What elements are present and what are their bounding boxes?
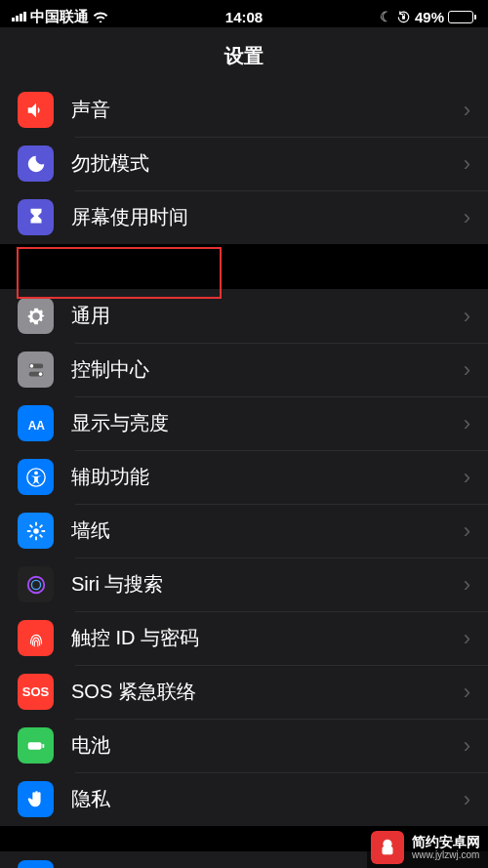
row-display[interactable]: AA 显示与亮度 ›	[0, 396, 488, 450]
row-label: 触控 ID 与密码	[71, 625, 464, 651]
chevron-right-icon: ›	[464, 205, 470, 230]
watermark: 简约安卓网 www.jylzwj.com	[367, 827, 488, 868]
battery-icon: ⚡︎	[448, 11, 476, 23]
row-screentime[interactable]: 屏幕使用时间 ›	[0, 190, 488, 244]
svg-rect-12	[42, 744, 44, 748]
moon-icon	[18, 145, 54, 182]
signal-icon	[12, 12, 26, 21]
svg-point-9	[27, 576, 44, 593]
row-label: 辅助功能	[71, 464, 464, 490]
row-battery[interactable]: 电池 ›	[0, 719, 488, 772]
row-siri[interactable]: Siri 与搜索 ›	[0, 558, 488, 611]
row-label: 隐私	[71, 786, 464, 812]
svg-text:AA: AA	[27, 418, 45, 432]
svg-rect-14	[383, 847, 393, 854]
svg-point-7	[34, 471, 38, 475]
chevron-right-icon: ›	[464, 572, 470, 598]
page-title: 设置	[0, 27, 488, 83]
chevron-right-icon: ›	[464, 733, 470, 759]
chevron-right-icon: ›	[464, 518, 470, 544]
watermark-title: 简约安卓网	[412, 835, 480, 849]
chevron-right-icon: ›	[464, 465, 470, 490]
watermark-logo-icon	[371, 831, 404, 864]
row-dnd[interactable]: 勿扰模式 ›	[0, 137, 488, 190]
flower-icon	[18, 513, 54, 549]
hand-icon	[18, 781, 54, 817]
row-wallpaper[interactable]: 墙纸 ›	[0, 504, 488, 558]
status-bar: 中国联通 14:08 ☾ 49% ⚡︎	[0, 0, 488, 27]
row-label: 勿扰模式	[71, 150, 464, 177]
text-size-icon: AA	[18, 405, 54, 441]
row-accessibility[interactable]: 辅助功能 ›	[0, 450, 488, 504]
chevron-right-icon: ›	[464, 151, 470, 177]
chevron-right-icon: ›	[464, 357, 470, 383]
clock-label: 14:08	[225, 9, 263, 25]
row-sound[interactable]: 声音 ›	[0, 83, 488, 137]
battery-icon	[18, 727, 54, 764]
chevron-right-icon: ›	[464, 680, 470, 705]
accessibility-icon	[18, 459, 54, 495]
row-label: SOS 紧急联络	[71, 679, 464, 705]
chevron-right-icon: ›	[464, 411, 470, 436]
chevron-right-icon: ›	[464, 626, 470, 651]
siri-icon	[18, 566, 54, 602]
hourglass-icon	[18, 199, 54, 235]
svg-point-2	[29, 364, 33, 368]
chevron-right-icon: ›	[464, 98, 470, 123]
rotation-lock-icon	[396, 10, 411, 24]
carrier-label: 中国联通	[30, 8, 89, 26]
row-label: 控制中心	[71, 356, 464, 383]
row-label: 通用	[71, 303, 464, 329]
row-sos[interactable]: SOS SOS 紧急联络 ›	[0, 665, 488, 719]
row-label: Siri 与搜索	[71, 571, 464, 598]
sos-icon: SOS	[18, 674, 54, 710]
moon-icon: ☾	[380, 9, 392, 24]
chevron-right-icon: ›	[464, 304, 470, 329]
fingerprint-icon	[18, 620, 54, 656]
watermark-url: www.jylzwj.com	[412, 849, 480, 860]
svg-point-10	[31, 580, 40, 589]
svg-rect-0	[402, 16, 405, 20]
svg-point-8	[33, 528, 39, 534]
row-label: 电池	[71, 732, 464, 759]
switches-icon	[18, 351, 54, 388]
row-label: 屏幕使用时间	[71, 204, 464, 230]
row-general[interactable]: 通用 ›	[0, 289, 488, 343]
chevron-right-icon: ›	[464, 787, 470, 812]
wifi-icon	[93, 11, 108, 22]
gear-icon	[18, 298, 54, 334]
row-label: 声音	[71, 97, 464, 123]
appstore-icon	[18, 860, 54, 868]
svg-rect-11	[27, 742, 41, 749]
battery-pct-label: 49%	[415, 9, 444, 25]
speaker-icon	[18, 92, 54, 128]
row-control-center[interactable]: 控制中心 ›	[0, 343, 488, 396]
svg-point-4	[38, 372, 42, 376]
row-label: 墙纸	[71, 517, 464, 544]
row-privacy[interactable]: 隐私 ›	[0, 772, 488, 826]
row-touchid[interactable]: 触控 ID 与密码 ›	[0, 611, 488, 665]
row-label: 显示与亮度	[71, 410, 464, 436]
